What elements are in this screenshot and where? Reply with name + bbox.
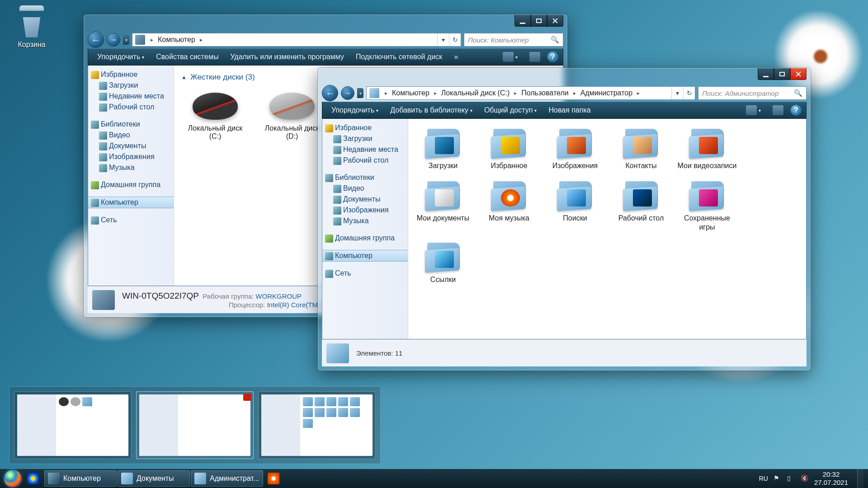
sidebar-documents[interactable]: Документы [322, 194, 408, 205]
breadcrumb-computer[interactable]: Компьютер [156, 33, 197, 46]
address-dropdown[interactable]: ▾ [671, 87, 683, 99]
share-menu[interactable]: Общий доступ▾ [480, 102, 542, 118]
breadcrumb[interactable]: Локальный диск (C:) [439, 87, 511, 99]
minimize-button[interactable] [514, 15, 531, 27]
folder-item[interactable]: Мои видеозаписи [675, 124, 739, 173]
thumbnail[interactable] [14, 391, 132, 459]
minimize-button[interactable] [758, 68, 774, 80]
forward-button[interactable]: → [107, 33, 120, 47]
new-folder[interactable]: Новая папка [544, 102, 595, 118]
taskbar-admin[interactable]: Администрат... [191, 470, 263, 487]
sidebar-recent[interactable]: Недавние места [88, 91, 174, 102]
show-desktop-button[interactable] [857, 469, 863, 488]
start-button[interactable] [3, 469, 23, 488]
view-options[interactable]: ▾ [741, 102, 765, 118]
maximize-button[interactable] [774, 68, 790, 80]
add-to-library[interactable]: Добавить в библиотеку▾ [386, 102, 477, 118]
close-button[interactable] [547, 15, 563, 27]
folder-item[interactable]: Ссылки [411, 238, 475, 287]
folder-item[interactable]: Загрузки [411, 124, 475, 173]
thumbnail[interactable] [258, 391, 376, 459]
breadcrumb[interactable]: Администратор [579, 87, 634, 99]
folder-item[interactable]: Поиски [543, 177, 607, 235]
refresh-button[interactable]: ↻ [683, 87, 695, 99]
preview-pane-toggle[interactable] [525, 49, 545, 65]
overflow-button[interactable]: » [449, 49, 462, 65]
taskbar-documents[interactable]: Документы [118, 470, 190, 487]
sidebar-computer[interactable]: Компьютер [88, 197, 174, 208]
breadcrumb-arrow[interactable]: ▸ [382, 87, 390, 99]
sidebar-music[interactable]: Музыка [322, 216, 408, 226]
address-bar[interactable]: ▸ Компьютер ▸ ▾ ↻ [132, 33, 461, 47]
volume-icon[interactable]: 🔇 [801, 474, 809, 483]
sidebar-network[interactable]: Сеть [88, 215, 174, 225]
organize-menu[interactable]: Упорядочить▾ [327, 102, 383, 118]
folder-item[interactable]: Моя музыка [477, 177, 541, 235]
folder-item[interactable]: Рабочий стол [609, 177, 673, 235]
folder-item[interactable]: Мои документы [411, 177, 475, 235]
breadcrumb-arrow[interactable]: ▸ [571, 87, 579, 99]
sidebar-pictures[interactable]: Изображения [322, 205, 408, 216]
breadcrumb[interactable]: Пользователи [519, 87, 570, 99]
thumbnail[interactable] [136, 391, 254, 459]
sidebar-computer[interactable]: Компьютер [322, 250, 408, 262]
preview-pane-toggle[interactable] [768, 102, 788, 118]
sidebar-pictures[interactable]: Изображения [88, 151, 174, 162]
folder-item[interactable]: Контакты [609, 124, 673, 173]
breadcrumb-arrow[interactable]: ▸ [511, 87, 519, 99]
breadcrumb-arrow[interactable]: ▸ [431, 87, 439, 99]
refresh-button[interactable]: ↻ [449, 33, 461, 46]
sidebar-videos[interactable]: Видео [88, 130, 174, 141]
back-button[interactable]: ← [88, 32, 104, 48]
address-dropdown[interactable]: ▾ [437, 33, 449, 46]
help-button[interactable]: ? [547, 52, 558, 62]
maximize-button[interactable] [531, 15, 547, 27]
sidebar-desktop[interactable]: Рабочий стол [88, 102, 174, 113]
content-pane[interactable]: ЗагрузкиИзбранноеИзображенияКонтактыМои … [408, 119, 806, 339]
sidebar-libraries[interactable]: Библиотеки [322, 172, 408, 183]
taskbar-wmp[interactable] [264, 470, 284, 487]
search-input[interactable]: Поиск: Администратор 🔍 [698, 86, 807, 100]
sidebar-homegroup[interactable]: Домашняя группа [88, 179, 174, 190]
flag-icon[interactable]: ⚑ [774, 474, 782, 483]
sidebar-network[interactable]: Сеть [322, 268, 408, 279]
sidebar-downloads[interactable]: Загрузки [322, 133, 408, 144]
sidebar-favorites[interactable]: Избранное [88, 69, 174, 80]
folder-item[interactable]: Изображения [543, 124, 607, 173]
taskbar-ie[interactable] [24, 470, 43, 487]
uninstall-program[interactable]: Удалить или изменить программу [226, 49, 349, 65]
close-button[interactable] [790, 68, 807, 80]
clock[interactable]: 20:32 27.07.2021 [814, 470, 848, 487]
organize-menu[interactable]: Упорядочить▾ [93, 49, 149, 65]
sidebar-recent[interactable]: Недавние места [322, 144, 408, 155]
drive-c[interactable]: Локальный диск (C:) [184, 93, 247, 141]
sidebar-favorites[interactable]: Избранное [322, 122, 408, 133]
search-input[interactable]: Поиск: Компьютер 🔍 [464, 33, 563, 47]
folder-item[interactable]: Сохраненные игры [675, 177, 739, 235]
sidebar-documents[interactable]: Документы [88, 141, 174, 151]
sidebar-desktop[interactable]: Рабочий стол [322, 155, 408, 166]
view-options[interactable]: ▾ [498, 49, 522, 65]
sidebar-music[interactable]: Музыка [88, 162, 174, 173]
recycle-bin[interactable]: Корзина [9, 5, 54, 49]
breadcrumb[interactable]: Компьютер [390, 87, 431, 99]
drive-d[interactable]: Локальный диск (D:) [260, 93, 324, 141]
sidebar-downloads[interactable]: Загрузки [88, 80, 174, 91]
breadcrumb-arrow[interactable]: ▸ [148, 33, 156, 46]
sidebar-homegroup[interactable]: Домашняя группа [322, 233, 408, 244]
help-button[interactable]: ? [791, 105, 802, 116]
taskbar-computer[interactable]: Компьютер [44, 470, 117, 487]
forward-button[interactable]: → [341, 86, 354, 100]
close-icon[interactable] [243, 394, 251, 401]
address-bar[interactable]: ▸ Компьютер ▸ Локальный диск (C:) ▸ Поль… [366, 86, 695, 100]
map-network-drive[interactable]: Подключить сетевой диск [351, 49, 447, 65]
breadcrumb-arrow[interactable]: ▸ [197, 33, 205, 46]
language-indicator[interactable]: RU [759, 475, 768, 482]
breadcrumb-arrow[interactable]: ▸ [634, 87, 642, 99]
history-dropdown[interactable]: ▾ [357, 88, 363, 98]
history-dropdown[interactable]: ▾ [123, 35, 129, 45]
sidebar-libraries[interactable]: Библиотеки [88, 119, 174, 130]
folder-item[interactable]: Избранное [477, 124, 541, 173]
sidebar-videos[interactable]: Видео [322, 183, 408, 194]
network-icon[interactable]: ▯ [787, 474, 795, 483]
